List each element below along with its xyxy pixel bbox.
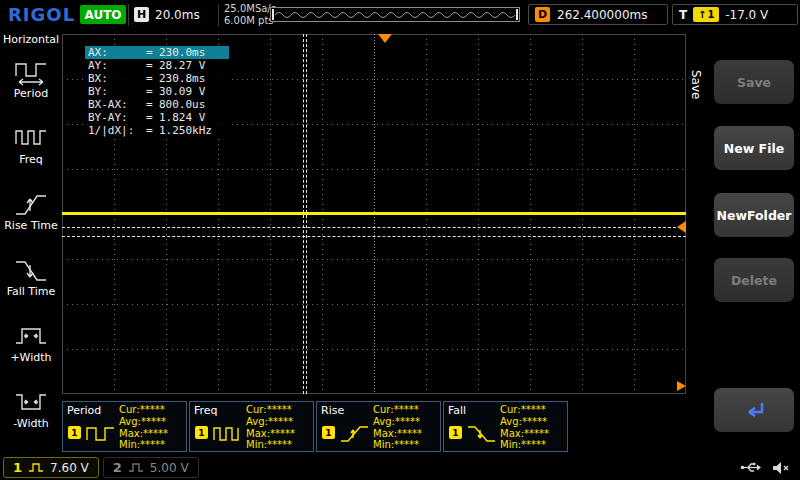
meas-cur: Cur:***** [373,404,437,416]
measurement-panel-freq: Freq 1 Cur:***** Avg:***** Max:***** Min… [189,401,314,452]
sidebar-item-label: Freq [19,154,43,166]
status-bar: 1 7.60 V 2 5.00 V [0,455,800,480]
run-status-badge: AUTO [80,5,126,24]
menu-tab-save[interactable]: Save [688,52,704,118]
top-bar: RIGOL AUTO H 20.0ms 25.0MSa/s 6.00M pts … [0,0,800,30]
meas-max: Max:***** [373,428,437,440]
channel-badge: 1 [68,426,81,439]
freq-wave-icon [13,124,49,152]
rigol-logo: RIGOL [8,4,75,25]
measurement-panel-fall: Fall 1 Cur:***** Avg:***** Max:***** Min… [443,401,568,452]
channel-2-scale: 5.00 V [150,461,189,475]
cursor-ay-line [62,227,686,228]
trigger-level-value: -17.0 V [725,8,768,22]
delete-button[interactable]: Delete [714,258,794,302]
cursor-by-line [62,236,686,237]
memory-waveform-icon [271,8,519,21]
meas-max: Max:***** [500,428,564,440]
coupling-icon [28,462,44,473]
separator [218,4,219,26]
memory-position-indicator [270,7,520,22]
cursor-readout: AX: = 230.0ms AY: = 28.27 V BX: = 230.8m… [84,45,230,138]
sidebar-item-rise-time[interactable]: Rise Time [0,178,62,244]
sidebar-item-fall-time[interactable]: Fall Time [0,244,62,310]
period-wave-icon [85,424,117,448]
delay-end-marker [677,381,686,391]
readout-row: BX-AX: = 800.0us [85,98,229,111]
meas-min: Min:***** [500,439,564,451]
horizontal-badge: H [134,7,149,22]
rise-time-icon [339,424,371,448]
save-button[interactable]: Save [714,60,794,104]
new-file-button[interactable]: New File [714,126,794,170]
meas-max: Max:***** [246,428,310,440]
trigger-box: T ↑1 -17.0 V [672,4,798,25]
sidebar-item-period[interactable]: Period [0,46,62,112]
sidebar-item-label: Rise Time [4,220,58,232]
status-icons [740,455,790,480]
readout-row: BX: = 230.8ms [85,72,229,85]
meas-cur: Cur:***** [500,404,564,416]
channel-2-number: 2 [113,460,122,475]
trigger-level-marker [677,221,686,233]
meas-cur: Cur:***** [119,404,183,416]
sidebar-item-freq[interactable]: Freq [0,112,62,178]
separator [128,4,129,26]
meas-cur: Cur:***** [246,404,310,416]
period-wave-icon [13,58,49,86]
meas-avg: Avg:***** [500,416,564,428]
delay-value: 262.400000ms [557,8,647,22]
meas-min: Min:***** [373,439,437,451]
sidebar-item-pos-width[interactable]: +Width [0,310,62,376]
usb-plug-icon [740,461,762,474]
oscilloscope-screen: RIGOL AUTO H 20.0ms 25.0MSa/s 6.00M pts … [0,0,800,480]
measure-sidebar: Horizontal Period Freq Rise Time [0,30,62,455]
minus-width-icon [13,388,49,416]
sidebar-item-label: Period [14,88,48,100]
new-folder-button[interactable]: NewFolder [714,193,794,237]
channel-1-status[interactable]: 1 7.60 V [3,457,99,478]
readout-row: AY: = 28.27 V [85,59,229,72]
memory-depth: 6.00M pts [224,15,276,27]
sidebar-item-label: -Width [13,418,48,430]
trigger-position-marker [378,34,392,43]
channel-1-number: 1 [13,460,22,475]
meas-min: Min:***** [246,439,310,451]
sidebar-item-label: +Width [10,352,51,364]
channel-2-status[interactable]: 2 5.00 V [103,457,199,478]
meas-avg: Avg:***** [246,416,310,428]
coupling-icon [128,462,144,473]
meas-avg: Avg:***** [373,416,437,428]
graticule: AX: = 230.0ms AY: = 28.27 V BX: = 230.8m… [62,34,686,394]
readout-row: BY: = 30.09 V [85,85,229,98]
sidebar-title: Horizontal [0,30,62,46]
sidebar-item-neg-width[interactable]: -Width [0,376,62,442]
delay-badge: D [535,7,550,22]
save-menu-panel: Save Save New File NewFolder Delete [686,30,800,455]
rising-edge-icon: ↑ [698,9,706,20]
meas-max: Max:***** [119,428,183,440]
trigger-label: T [679,8,687,22]
channel-badge: 1 [195,426,208,439]
trigger-source-badge: ↑1 [693,7,719,22]
measurement-bar: Period 1 Cur:***** Avg:***** Max:***** M… [62,399,686,454]
acquisition-info: 25.0MSa/s 6.00M pts [224,3,276,27]
return-arrow-icon [740,399,768,421]
measurement-panel-period: Period 1 Cur:***** Avg:***** Max:***** M… [62,401,187,452]
cursor-bx-line [306,34,307,394]
meas-min: Min:***** [119,439,183,451]
meas-avg: Avg:***** [119,416,183,428]
delay-box: D 262.400000ms [528,4,668,25]
ch1-trace [62,212,686,215]
measurement-panel-rise: Rise 1 Cur:***** Avg:***** Max:***** Min… [316,401,441,452]
fall-time-icon [13,256,49,284]
channel-badge: 1 [449,426,462,439]
enter-button[interactable] [714,388,794,432]
plus-width-icon [13,322,49,350]
readout-row: 1/|dX|: = 1.250kHz [85,124,229,137]
sample-rate: 25.0MSa/s [224,3,276,15]
readout-row: AX: = 230.0ms [85,46,229,59]
cursor-ax-line [303,34,304,394]
rise-time-icon [13,190,49,218]
sidebar-item-label: Fall Time [7,286,56,298]
